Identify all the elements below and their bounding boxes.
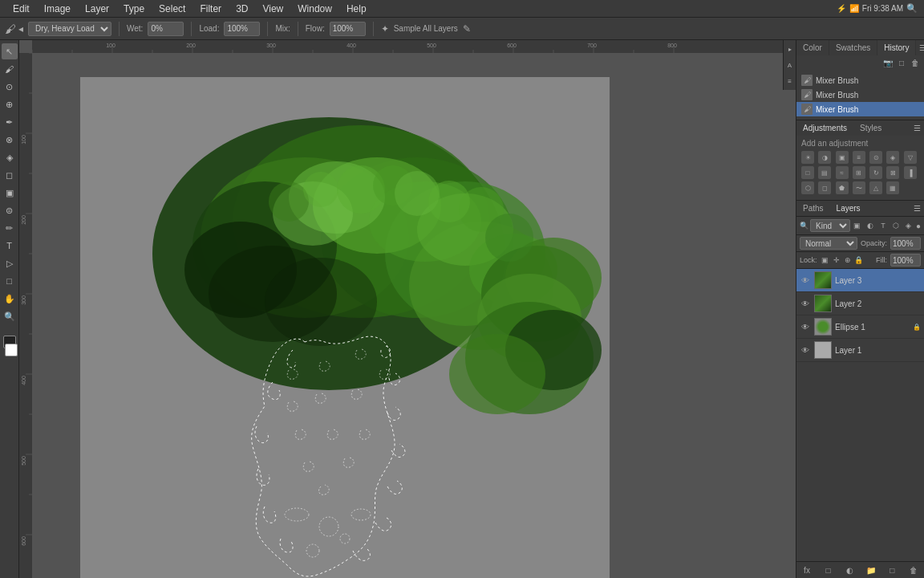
create-new-icon[interactable]: □ [896, 57, 907, 68]
layer-1-visibility[interactable]: 👁 [800, 344, 811, 356]
tab-swatches[interactable]: Swatches [829, 40, 877, 55]
gradientfill-adj-icon[interactable]: △ [869, 181, 882, 194]
lock-pixels-icon[interactable]: ▣ [821, 255, 830, 265]
menu-filter[interactable]: Filter [193, 2, 228, 16]
blend-mode-select[interactable]: Normal [800, 237, 857, 250]
brush-preset-icon[interactable]: ◂ [18, 23, 23, 35]
menu-3d[interactable]: 3D [229, 2, 254, 16]
zoom-tool[interactable]: 🔍 [2, 308, 18, 324]
adj-menu-icon[interactable]: ☰ [910, 120, 924, 136]
photofilter-adj-icon[interactable]: □ [801, 166, 814, 179]
menu-edit[interactable]: Edit [6, 2, 36, 16]
new-layer-btn[interactable]: □ [886, 564, 898, 576]
kind-select[interactable]: Kind [810, 219, 850, 232]
layer-3-visibility[interactable]: 👁 [800, 275, 811, 286]
clone-tool[interactable]: ◈ [2, 149, 18, 165]
menu-layer[interactable]: Layer [79, 2, 116, 16]
menu-window[interactable]: Window [291, 2, 338, 16]
brush-tool[interactable]: 🖌 [2, 61, 18, 77]
delete-icon[interactable]: 🗑 [910, 57, 921, 68]
crop-tool[interactable]: ⊕ [2, 96, 18, 112]
history-item-3[interactable]: 🖌 Mixer Brush [796, 102, 924, 116]
hand-tool[interactable]: ✋ [2, 291, 18, 307]
vibrance-adj-icon[interactable]: ⊙ [869, 151, 882, 164]
history-item-1[interactable]: 🖌 Mixer Brush [796, 73, 924, 88]
colormatch-adj-icon[interactable]: ▽ [904, 151, 917, 164]
flow-input[interactable] [330, 22, 366, 36]
canvas-viewport[interactable] [32, 53, 783, 578]
hsl-adj-icon[interactable]: ◈ [886, 151, 899, 164]
new-snapshot-icon[interactable]: 📷 [882, 57, 894, 68]
art-history-icon[interactable]: A [784, 59, 796, 71]
layers-menu-icon[interactable]: ☰ [910, 201, 924, 216]
shape-tool[interactable]: □ [2, 273, 18, 289]
posterize-adj-icon[interactable]: ↻ [869, 166, 882, 179]
menu-select[interactable]: Select [152, 2, 192, 16]
adj-filter-icon[interactable]: ◐ [865, 220, 876, 231]
lock-artboard-icon[interactable]: ⊕ [843, 255, 853, 265]
layer-adjustment-btn[interactable]: ◐ [844, 564, 855, 576]
layer-group-btn[interactable]: 📁 [865, 564, 877, 576]
path-tool[interactable]: ▷ [2, 255, 18, 271]
eyedropper-tool[interactable]: ✒ [2, 114, 18, 130]
panel-menu-icon[interactable]: ☰ [916, 40, 924, 55]
eraser-tool[interactable]: ◻ [2, 167, 18, 183]
curves-adj-icon[interactable]: ◑ [818, 151, 831, 164]
lock-position-icon[interactable]: ✛ [832, 255, 841, 265]
layer-row-1[interactable]: 👁 Layer 1 [796, 339, 924, 362]
patternfill-adj-icon[interactable]: ▦ [886, 181, 899, 194]
gradmap-adj-icon[interactable]: ▐ [904, 166, 917, 179]
mixer-brush-icon[interactable]: 🖌 [5, 22, 16, 35]
menu-image[interactable]: Image [38, 2, 77, 16]
smartobj-filter-icon[interactable]: ◈ [903, 220, 914, 231]
layer-2-visibility[interactable]: 👁 [800, 298, 811, 309]
pixel-filter-icon[interactable]: ▣ [852, 220, 863, 231]
tab-color[interactable]: Color [796, 40, 829, 55]
blackwhite-adj-icon[interactable]: ⬟ [836, 181, 849, 194]
opacity-input[interactable] [890, 237, 921, 250]
layer-row-ellipse[interactable]: 👁 Ellipse 1 🔒 [796, 315, 924, 339]
brightness-adj-icon[interactable]: ☀ [801, 151, 814, 164]
delete-layer-btn[interactable]: 🗑 [908, 564, 919, 576]
menu-type[interactable]: Type [117, 2, 151, 16]
fill-input[interactable] [890, 254, 921, 267]
invert-adj-icon[interactable]: ⊞ [853, 166, 865, 179]
menu-help[interactable]: Help [340, 2, 373, 16]
menu-view[interactable]: View [256, 2, 290, 16]
sample-icon[interactable]: ✎ [463, 23, 471, 35]
exposure-adj-icon[interactable]: ≡ [853, 151, 865, 164]
selectivecolor-adj-icon[interactable]: ⬡ [801, 181, 814, 194]
threshold-adj-icon[interactable]: ⊠ [886, 166, 899, 179]
layer-mask-btn[interactable]: □ [823, 564, 834, 576]
layer-row-3[interactable]: 👁 Layer 3 [796, 269, 924, 292]
tab-history[interactable]: History [877, 40, 916, 55]
colorlookup-adj-icon[interactable]: ≈ [836, 166, 849, 179]
panel-collapse-icon[interactable]: ▸ [784, 43, 796, 55]
lasso-tool[interactable]: ⊙ [2, 79, 18, 95]
solidfill-adj-icon[interactable]: 〜 [853, 181, 865, 194]
tab-paths[interactable]: Paths [796, 201, 830, 216]
text-filter-icon[interactable]: T [877, 220, 889, 231]
gradient-tool[interactable]: ▣ [2, 185, 18, 201]
move-tool[interactable]: ↖ [2, 43, 18, 59]
channels-icon[interactable]: ≡ [784, 75, 796, 87]
layer-effects-btn[interactable]: fx [801, 564, 813, 576]
healing-tool[interactable]: ⊗ [2, 132, 18, 148]
ellipse-visibility[interactable]: 👁 [800, 321, 811, 332]
shape-filter-icon[interactable]: ⬡ [890, 220, 902, 231]
filter-toggle[interactable]: ● [916, 222, 921, 230]
background-color[interactable] [5, 344, 18, 356]
lock-all-icon[interactable]: 🔒 [854, 255, 864, 265]
history-item-2[interactable]: 🖌 Mixer Brush [796, 88, 924, 102]
channelmix-adj-icon[interactable]: ▤ [818, 166, 831, 179]
tab-adjustments[interactable]: Adjustments [796, 120, 853, 136]
levels-adj-icon[interactable]: ▣ [836, 151, 849, 164]
tab-layers[interactable]: Layers [830, 201, 867, 216]
airbrush-icon[interactable]: ✦ [381, 23, 389, 35]
dodge-tool[interactable]: ⊜ [2, 202, 18, 218]
pen-tool[interactable]: ✏ [2, 220, 18, 236]
load-input[interactable] [224, 22, 260, 36]
layer-row-2[interactable]: 👁 Layer 2 [796, 292, 924, 315]
wet-input[interactable] [148, 22, 184, 36]
tab-styles[interactable]: Styles [853, 120, 888, 136]
